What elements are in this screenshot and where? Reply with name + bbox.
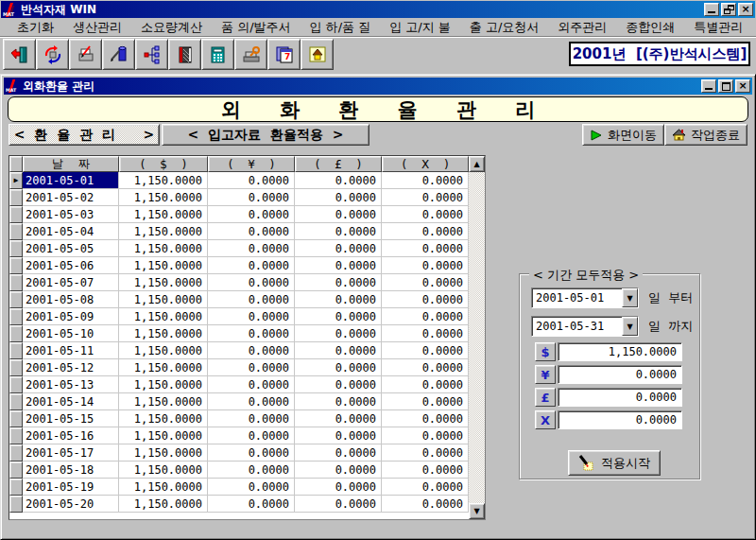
row-gutter[interactable] xyxy=(9,223,23,240)
jpy-cell[interactable]: 0.0000 xyxy=(208,393,295,410)
usd-cell[interactable]: 1,150.0000 xyxy=(119,189,208,206)
row-gutter[interactable] xyxy=(9,172,23,189)
table-row[interactable]: 2001-05-03 1,150.0000 0.0000 0.0000 0.00… xyxy=(9,206,485,223)
usd-cell[interactable]: 1,150.0000 xyxy=(119,342,208,359)
table-row[interactable]: 2001-05-02 1,150.0000 0.0000 0.0000 0.00… xyxy=(9,189,485,206)
calculator-icon[interactable] xyxy=(201,39,234,70)
row-gutter[interactable] xyxy=(9,206,23,223)
usd-cell[interactable]: 1,150.0000 xyxy=(119,325,208,342)
table-row[interactable]: 2001-05-06 1,150.0000 0.0000 0.0000 0.00… xyxy=(9,257,485,274)
usd-cell[interactable]: 1,150.0000 xyxy=(119,206,208,223)
jpy-cell[interactable]: 0.0000 xyxy=(208,359,295,376)
jpy-cell[interactable]: 0.0000 xyxy=(208,257,295,274)
date-to-combobox[interactable]: 2001-05-31 ▼ xyxy=(531,316,639,337)
table-row[interactable]: 2001-05-13 1,150.0000 0.0000 0.0000 0.00… xyxy=(9,376,485,393)
usd-cell[interactable]: 1,150.0000 xyxy=(119,496,208,513)
table-row[interactable]: 2001-05-07 1,150.0000 0.0000 0.0000 0.00… xyxy=(9,274,485,291)
refresh-icon[interactable] xyxy=(36,39,69,70)
usd-cell[interactable]: 1,150.0000 xyxy=(119,308,208,325)
usd-cell[interactable]: 1,150.0000 xyxy=(119,376,208,393)
row-gutter[interactable] xyxy=(9,427,23,444)
jpy-cell[interactable]: 0.0000 xyxy=(208,206,295,223)
row-gutter[interactable] xyxy=(9,496,23,513)
header-jpy[interactable]: ( ¥ ) xyxy=(208,156,295,172)
date-cell[interactable]: 2001-05-15 xyxy=(23,410,119,427)
hierarchy-icon[interactable] xyxy=(135,39,168,70)
date-cell[interactable]: 2001-05-08 xyxy=(23,291,119,308)
x-cell[interactable]: 0.0000 xyxy=(382,325,469,342)
row-gutter[interactable] xyxy=(9,189,23,206)
table-row[interactable]: 2001-05-12 1,150.0000 0.0000 0.0000 0.00… xyxy=(9,359,485,376)
jpy-cell[interactable]: 0.0000 xyxy=(208,376,295,393)
chevron-down-icon[interactable]: ▼ xyxy=(622,317,638,336)
row-gutter[interactable] xyxy=(9,240,23,257)
currency-symbol-button[interactable]: £ xyxy=(535,388,556,407)
usd-cell[interactable]: 1,150.0000 xyxy=(119,410,208,427)
jpy-cell[interactable]: 0.0000 xyxy=(208,189,295,206)
x-cell[interactable]: 0.0000 xyxy=(382,240,469,257)
scrollbar-track[interactable] xyxy=(469,172,485,503)
x-cell[interactable]: 0.0000 xyxy=(382,496,469,513)
edit-icon[interactable] xyxy=(102,39,135,70)
x-cell[interactable]: 0.0000 xyxy=(382,410,469,427)
jpy-cell[interactable]: 0.0000 xyxy=(208,427,295,444)
child-close-button[interactable]: × xyxy=(735,79,750,93)
gbp-cell[interactable]: 0.0000 xyxy=(295,206,382,223)
date-cell[interactable]: 2001-05-01 xyxy=(23,172,119,189)
gbp-cell[interactable]: 0.0000 xyxy=(295,427,382,444)
currency-value-input[interactable]: 0.0000 xyxy=(558,388,682,407)
jpy-cell[interactable]: 0.0000 xyxy=(208,172,295,189)
row-gutter[interactable] xyxy=(9,308,23,325)
date-cell[interactable]: 2001-05-02 xyxy=(23,189,119,206)
row-gutter[interactable] xyxy=(9,410,23,427)
gbp-cell[interactable]: 0.0000 xyxy=(295,410,382,427)
menu-item[interactable]: 종합인쇄 xyxy=(616,19,684,36)
gbp-cell[interactable]: 0.0000 xyxy=(295,342,382,359)
x-cell[interactable]: 0.0000 xyxy=(382,376,469,393)
menu-item[interactable]: 품 의/발주서 xyxy=(212,19,301,36)
table-row[interactable]: 2001-05-20 1,150.0000 0.0000 0.0000 0.00… xyxy=(9,496,485,513)
row-gutter[interactable] xyxy=(9,342,23,359)
date-cell[interactable]: 2001-05-07 xyxy=(23,274,119,291)
usd-cell[interactable]: 1,150.0000 xyxy=(119,172,208,189)
usd-cell[interactable]: 1,150.0000 xyxy=(119,359,208,376)
currency-value-input[interactable]: 0.0000 xyxy=(558,365,682,384)
usd-cell[interactable]: 1,150.0000 xyxy=(119,257,208,274)
menu-item[interactable]: 출 고/요청서 xyxy=(460,19,549,36)
row-gutter[interactable] xyxy=(9,257,23,274)
gbp-cell[interactable]: 0.0000 xyxy=(295,291,382,308)
date-cell[interactable]: 2001-05-04 xyxy=(23,223,119,240)
currency-symbol-button[interactable]: $ xyxy=(535,342,556,361)
exit-icon[interactable] xyxy=(3,39,36,70)
usd-cell[interactable]: 1,150.0000 xyxy=(119,462,208,479)
gbp-cell[interactable]: 0.0000 xyxy=(295,274,382,291)
x-cell[interactable]: 0.0000 xyxy=(382,444,469,462)
table-row[interactable]: 2001-05-15 1,150.0000 0.0000 0.0000 0.00… xyxy=(9,410,485,427)
x-cell[interactable]: 0.0000 xyxy=(382,427,469,444)
gbp-cell[interactable]: 0.0000 xyxy=(295,393,382,410)
gbp-cell[interactable]: 0.0000 xyxy=(295,172,382,189)
menu-item[interactable]: 생산관리 xyxy=(63,19,131,36)
table-row[interactable]: 2001-05-17 1,150.0000 0.0000 0.0000 0.00… xyxy=(9,444,485,462)
row-gutter[interactable] xyxy=(9,462,23,479)
x-cell[interactable]: 0.0000 xyxy=(382,393,469,410)
header-gbp[interactable]: ( £ ) xyxy=(295,156,382,172)
x-cell[interactable]: 0.0000 xyxy=(382,359,469,376)
move-screen-button[interactable]: 화면이동 xyxy=(582,124,664,146)
jpy-cell[interactable]: 0.0000 xyxy=(208,462,295,479)
usd-cell[interactable]: 1,150.0000 xyxy=(119,479,208,496)
x-cell[interactable]: 0.0000 xyxy=(382,189,469,206)
close-button[interactable]: × xyxy=(738,3,753,16)
exit-work-button[interactable]: 작업종료 xyxy=(664,124,747,146)
scroll-down-button[interactable]: ▼ xyxy=(469,503,485,519)
header-date[interactable]: 날 짜 xyxy=(23,156,119,172)
gbp-cell[interactable]: 0.0000 xyxy=(295,257,382,274)
tab-apply-incoming[interactable]: < 입고자료 환율적용 > xyxy=(162,124,369,146)
menu-item[interactable]: 외주관리 xyxy=(548,19,616,36)
jpy-cell[interactable]: 0.0000 xyxy=(208,308,295,325)
date-cell[interactable]: 2001-05-18 xyxy=(23,462,119,479)
x-cell[interactable]: 0.0000 xyxy=(382,274,469,291)
usd-cell[interactable]: 1,150.0000 xyxy=(119,291,208,308)
date-cell[interactable]: 2001-05-10 xyxy=(23,325,119,342)
gbp-cell[interactable]: 0.0000 xyxy=(295,325,382,342)
